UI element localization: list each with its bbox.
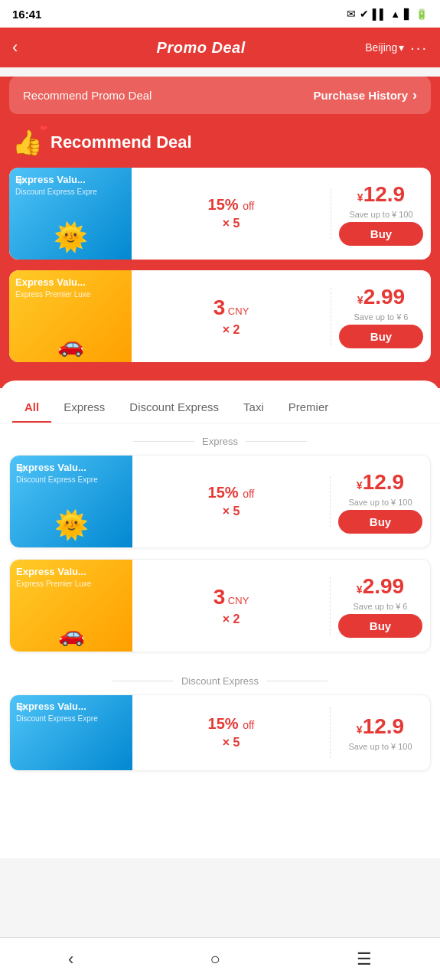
recommend-title: Recommend Deal bbox=[51, 132, 192, 152]
heart-icon: ❤ bbox=[40, 123, 47, 134]
express-save-2: Save up to ¥ 6 bbox=[354, 602, 408, 611]
discount-express-category-label: Discount Express bbox=[0, 663, 440, 694]
discount-express-card-1-image: ❄ Express Valu... Discount Express Expre bbox=[10, 694, 132, 771]
deal-save-1: Save up to ¥ 100 bbox=[349, 210, 412, 219]
promo-banner-label: Recommend Promo Deal bbox=[23, 89, 152, 102]
yen-sign-2: ¥ bbox=[357, 294, 363, 306]
express-card-1-subtitle: Discount Express Expre bbox=[16, 475, 98, 484]
promo-banner[interactable]: Recommend Promo Deal Purchase History › bbox=[9, 77, 431, 114]
yen-sign-5: ¥ bbox=[357, 724, 363, 736]
deal-card-2-image: Express Valu... Express Premier Luxe 🚗 bbox=[9, 270, 132, 362]
express-category-label: Express bbox=[0, 423, 440, 455]
discount-express-card-1-coupon: 15% off× 5 bbox=[132, 707, 331, 758]
discount-express-card-1-title: Express Valu... bbox=[16, 701, 86, 712]
deal-card-2-coupon: 3 CNY× 2 bbox=[132, 288, 331, 345]
express-card-2: Express Valu... Express Premier Luxe 🚗 3… bbox=[9, 559, 431, 652]
recommend-header: 👍 ❤ Recommend Deal bbox=[9, 128, 431, 157]
status-icons: ✉ ✔ ▌▌ ▲ ▋ 🔋 bbox=[347, 8, 428, 20]
buy-button-3[interactable]: Buy bbox=[338, 510, 422, 534]
deal-card-1: ❄ Express Valu... Discount Express Expre… bbox=[9, 168, 431, 260]
status-bar: 16:41 ✉ ✔ ▌▌ ▲ ▋ 🔋 bbox=[0, 0, 440, 28]
location-selector[interactable]: Beijing ▾ bbox=[365, 41, 404, 54]
deal-card-2-title: Express Valu... bbox=[15, 276, 86, 288]
coupon-value-1: 15% off× 5 bbox=[208, 196, 255, 231]
buy-button-1[interactable]: Buy bbox=[339, 222, 423, 246]
red-section: Recommend Promo Deal Purchase History › … bbox=[0, 77, 440, 388]
express-card-2-price-section: ¥2.99 Save up to ¥ 6 Buy bbox=[331, 568, 430, 644]
more-button[interactable]: ··· bbox=[410, 39, 428, 57]
deal-card-2: Express Valu... Express Premier Luxe 🚗 3… bbox=[9, 270, 431, 362]
signal-icon: ▌▌ bbox=[373, 8, 386, 20]
express-save-1: Save up to ¥ 100 bbox=[348, 498, 412, 507]
purchase-history-link[interactable]: Purchase History › bbox=[314, 87, 417, 103]
discount-express-price-1: ¥12.9 bbox=[357, 714, 404, 739]
tab-taxi[interactable]: Taxi bbox=[231, 393, 276, 423]
wifi-icon: ▲ bbox=[390, 8, 400, 20]
deal-card-2-subtitle: Express Premier Luxe bbox=[15, 290, 90, 299]
deal-card-1-subtitle: Discount Express Expre bbox=[15, 188, 97, 196]
yen-sign-1: ¥ bbox=[357, 191, 363, 204]
express-card-1: ❄ Express Valu... Discount Express Expre… bbox=[9, 455, 431, 548]
car-icon: 🚗 bbox=[57, 332, 84, 358]
coupon-value-2: 3 CNY× 2 bbox=[213, 296, 249, 338]
status-time: 16:41 bbox=[12, 8, 41, 21]
tab-all[interactable]: All bbox=[12, 393, 51, 423]
express-card-2-image: Express Valu... Express Premier Luxe 🚗 bbox=[10, 560, 132, 652]
deal-card-2-price-section: ¥2.99 Save up to ¥ 6 Buy bbox=[331, 279, 431, 354]
deal-card-1-title: Express Valu... bbox=[15, 174, 86, 185]
page-header: ‹ Promo Deal Beijing ▾ ··· bbox=[0, 28, 440, 67]
express-card-1-coupon: 15% off× 5 bbox=[132, 476, 331, 527]
discount-express-card-1-price-section: ¥12.9 Save up to ¥ 100 bbox=[331, 708, 430, 757]
deal-save-2: Save up to ¥ 6 bbox=[354, 312, 409, 322]
check-icon: ✔ bbox=[360, 8, 369, 20]
deal-price-2: ¥2.99 bbox=[357, 285, 405, 309]
battery-icon: 🔋 bbox=[416, 8, 428, 20]
discount-express-cards: ❄ Express Valu... Discount Express Expre… bbox=[0, 694, 440, 771]
back-nav-button[interactable]: ‹ bbox=[45, 942, 96, 977]
tab-premier[interactable]: Premier bbox=[276, 393, 341, 423]
discount-express-card-1-subtitle: Discount Express Expre bbox=[16, 714, 98, 723]
email-icon: ✉ bbox=[347, 8, 356, 20]
express-price-2: ¥2.99 bbox=[357, 574, 404, 599]
chevron-down-icon: ▾ bbox=[399, 41, 404, 54]
thumbs-up-icon: 👍 bbox=[12, 129, 43, 156]
bottom-nav: ‹ ○ ☰ bbox=[0, 937, 440, 980]
discount-express-card-1: ❄ Express Valu... Discount Express Expre… bbox=[9, 694, 431, 771]
coupon-value-3: 15% off× 5 bbox=[208, 484, 255, 519]
car-icon-2: 🚗 bbox=[58, 622, 85, 647]
page-title: Promo Deal bbox=[157, 39, 246, 57]
filter-tabs: All Express Discount Express Taxi Premie… bbox=[0, 381, 440, 423]
deal-card-1-price-section: ¥12.9 Save up to ¥ 100 Buy bbox=[331, 176, 431, 252]
home-nav-button[interactable]: ○ bbox=[187, 942, 243, 977]
header-right: Beijing ▾ ··· bbox=[365, 39, 428, 57]
express-price-1: ¥12.9 bbox=[357, 470, 404, 495]
express-card-2-subtitle: Express Premier Luxe bbox=[16, 580, 91, 588]
deal-card-1-coupon: 15% off× 5 bbox=[132, 188, 331, 239]
express-card-1-price-section: ¥12.9 Save up to ¥ 100 Buy bbox=[331, 464, 430, 540]
sun-emoji-icon: 🌞 bbox=[54, 221, 88, 253]
coupon-value-4: 3 CNY× 2 bbox=[213, 585, 249, 627]
deal-card-1-image: ❄ Express Valu... Discount Express Expre… bbox=[9, 168, 132, 260]
buy-button-2[interactable]: Buy bbox=[339, 325, 423, 348]
coupon-value-5: 15% off× 5 bbox=[208, 715, 255, 750]
menu-nav-button[interactable]: ☰ bbox=[334, 942, 395, 977]
white-section: All Express Discount Express Taxi Premie… bbox=[0, 381, 440, 858]
express-card-2-title: Express Valu... bbox=[16, 566, 86, 577]
express-card-2-coupon: 3 CNY× 2 bbox=[132, 577, 331, 635]
tab-discount-express[interactable]: Discount Express bbox=[117, 393, 231, 423]
tab-express[interactable]: Express bbox=[51, 393, 117, 423]
yen-sign-3: ¥ bbox=[357, 479, 363, 492]
express-card-1-image: ❄ Express Valu... Discount Express Expre… bbox=[10, 456, 132, 547]
arrow-icon: › bbox=[412, 87, 417, 103]
yen-sign-4: ¥ bbox=[357, 583, 363, 596]
bar-icon: ▋ bbox=[404, 8, 412, 20]
express-card-1-title: Express Valu... bbox=[16, 462, 86, 473]
deal-price-1: ¥12.9 bbox=[357, 182, 405, 207]
back-button[interactable]: ‹ bbox=[12, 38, 37, 57]
express-cards: ❄ Express Valu... Discount Express Expre… bbox=[0, 455, 440, 652]
discount-express-save-1: Save up to ¥ 100 bbox=[348, 742, 412, 751]
buy-button-4[interactable]: Buy bbox=[338, 614, 422, 638]
sun-emoji-icon-2: 🌞 bbox=[54, 509, 89, 541]
